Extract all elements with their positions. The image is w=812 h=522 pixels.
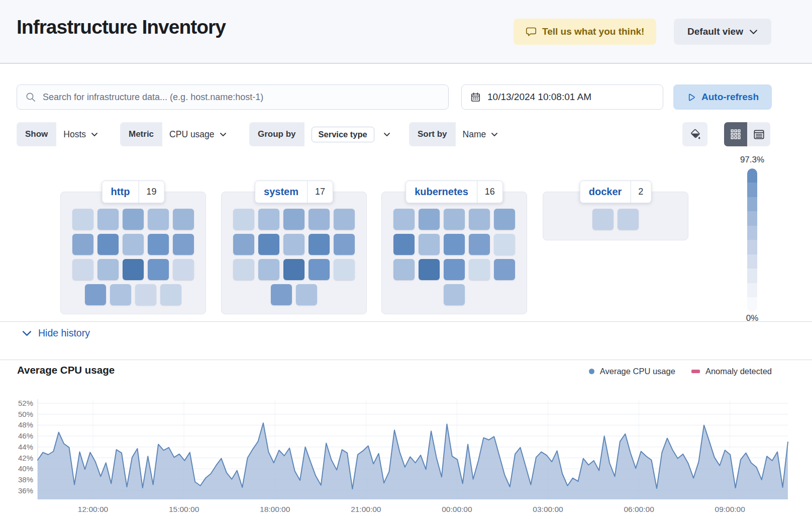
severity-color-scale [747,168,757,312]
color-palette-button[interactable] [682,122,707,146]
show-filter[interactable]: Show Hosts [17,122,105,146]
node-row [444,284,465,305]
host-node[interactable] [419,209,440,230]
host-node[interactable] [123,234,144,255]
node-row [592,209,639,230]
host-node[interactable] [97,209,119,230]
host-node[interactable] [271,284,292,305]
svg-text:06:00:00: 06:00:00 [624,505,654,513]
host-node[interactable] [283,209,304,230]
host-node[interactable] [469,209,490,230]
host-node[interactable] [135,284,156,305]
host-node[interactable] [283,234,304,255]
node-row [72,234,194,255]
infrastructure-inventory-page: Infrastructure Inventory Tell us what yo… [0,0,812,522]
hide-history-label: Hide history [38,327,90,339]
host-node[interactable] [444,259,465,280]
host-node[interactable] [258,209,279,230]
svg-text:03:00:00: 03:00:00 [533,505,563,513]
host-node[interactable] [494,259,515,280]
view-selector-button[interactable]: Default view [674,19,771,45]
host-node[interactable] [444,284,465,305]
host-node[interactable] [393,209,415,230]
host-node[interactable] [85,284,106,305]
host-node[interactable] [309,234,330,255]
date-picker-button[interactable]: 10/13/2024 10:08:01 AM [461,84,663,110]
host-node[interactable] [233,259,254,280]
node-row [271,284,317,305]
host-node[interactable] [309,209,330,230]
host-node[interactable] [469,259,490,280]
service-group-card-kubernetes: kubernetes16 [381,192,527,314]
host-node[interactable] [334,209,355,230]
chevron-down-icon [220,132,227,137]
host-node[interactable] [592,209,614,230]
group-badge: kubernetes16 [405,181,503,203]
host-node[interactable] [419,259,440,280]
auto-refresh-button[interactable]: Auto-refresh [673,84,772,110]
group-by-filter-value-chip[interactable]: Service type [312,127,374,142]
host-node[interactable] [283,259,304,280]
host-node[interactable] [296,284,317,305]
cpu-usage-history-chart[interactable]: 36%38%40%42%44%46%48%50%52%12:00:0015:00… [0,361,812,522]
group-badge: docker2 [580,181,652,203]
host-node[interactable] [309,259,330,280]
host-node[interactable] [123,209,144,230]
feedback-button-label: Tell us what you think! [542,26,644,37]
group-by-filter[interactable]: Group by Service type [249,122,397,146]
host-node[interactable] [334,234,355,255]
calendar-icon [470,92,481,103]
host-node[interactable] [258,234,279,255]
host-node[interactable] [123,259,144,280]
metric-filter-label: Metric [120,122,162,146]
show-filter-label: Show [17,122,56,146]
search-input[interactable] [43,92,440,103]
host-node[interactable] [334,259,355,280]
node-row [393,209,515,230]
group-name-link[interactable]: docker [580,186,631,198]
svg-text:40%: 40% [18,464,33,473]
host-node[interactable] [618,209,639,230]
host-node[interactable] [72,234,93,255]
metric-filter[interactable]: Metric CPU usage [120,122,234,146]
table-view-button[interactable] [747,122,770,146]
search-bar [17,84,449,110]
host-node[interactable] [258,259,279,280]
host-node[interactable] [110,284,131,305]
node-row [72,259,194,280]
host-node[interactable] [97,259,119,280]
group-name-link[interactable]: http [103,186,139,198]
host-node[interactable] [148,259,169,280]
host-node[interactable] [72,209,93,230]
host-node[interactable] [393,234,415,255]
group-name-link[interactable]: kubernetes [406,186,477,198]
host-node[interactable] [72,259,93,280]
sort-by-filter[interactable]: Sort by Name [409,122,505,146]
svg-text:09:00:00: 09:00:00 [715,505,746,513]
hide-history-toggle[interactable]: Hide history [22,327,90,339]
host-node[interactable] [393,259,415,280]
host-node[interactable] [469,234,490,255]
host-node[interactable] [173,259,194,280]
view-mode-toggle [724,122,770,146]
host-node[interactable] [160,284,181,305]
host-node[interactable] [173,209,194,230]
feedback-button[interactable]: Tell us what you think! [514,19,656,45]
host-node[interactable] [233,209,254,230]
host-node[interactable] [494,209,515,230]
host-node[interactable] [148,234,169,255]
host-node[interactable] [173,234,194,255]
node-row [393,259,515,280]
svg-text:38%: 38% [18,475,33,484]
host-node[interactable] [494,234,515,255]
host-node[interactable] [444,209,465,230]
host-node[interactable] [419,234,440,255]
group-name-link[interactable]: system [255,186,307,198]
host-node[interactable] [97,234,119,255]
host-node[interactable] [233,234,254,255]
grid-view-button[interactable] [724,122,747,146]
node-row [233,259,355,280]
host-node[interactable] [148,209,169,230]
host-node[interactable] [444,234,465,255]
sort-by-filter-value: Name [463,129,486,140]
